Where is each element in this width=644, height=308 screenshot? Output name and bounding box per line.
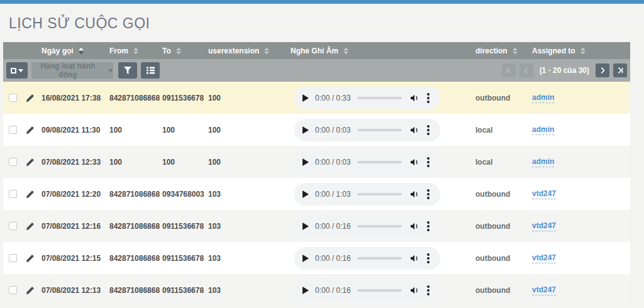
table-row: 07/08/2021 12:16 842871086868 0911536678…	[3, 210, 630, 242]
call-direction-cell: outbound	[472, 210, 528, 242]
assigned-user-link[interactable]: admin	[532, 125, 554, 135]
row-checkbox[interactable]	[9, 190, 17, 198]
volume-icon[interactable]	[409, 285, 419, 295]
row-checkbox[interactable]	[9, 222, 17, 230]
edit-pencil-icon	[26, 126, 35, 135]
more-options-icon[interactable]	[427, 161, 430, 163]
filter-button[interactable]	[118, 62, 137, 79]
column-header-to[interactable]: To	[158, 42, 204, 59]
more-options-icon[interactable]	[427, 129, 430, 131]
audio-seek-bar[interactable]	[357, 257, 402, 260]
assigned-user-link[interactable]: admin	[532, 93, 554, 103]
call-recording-cell: 0:00 / 0:33	[283, 82, 472, 114]
edit-row-button[interactable]	[26, 222, 35, 231]
assigned-user-link[interactable]: vtd247	[532, 253, 556, 263]
call-from-cell: 842871086868	[106, 82, 158, 114]
play-icon[interactable]	[303, 190, 309, 198]
more-options-icon[interactable]	[427, 97, 430, 99]
call-to-cell: 100	[158, 146, 204, 178]
table-body: 16/08/2021 17:38 842871086868 0911536678…	[3, 82, 630, 306]
call-from-cell: 842871086868	[106, 242, 158, 274]
audio-player: 0:00 / 1:03	[294, 183, 440, 206]
sort-icon	[176, 48, 181, 54]
audio-seek-bar[interactable]	[357, 289, 402, 292]
select-all-dropdown-button[interactable]	[6, 62, 28, 79]
table-row: 07/08/2021 12:33 100 100 100 0:00 / 0:03…	[3, 146, 630, 178]
more-options-icon[interactable]	[427, 193, 430, 195]
more-options-icon[interactable]	[427, 257, 430, 260]
audio-player: 0:00 / 0:16	[294, 279, 440, 302]
call-from-cell: 100	[106, 114, 158, 146]
bulk-actions-dropdown[interactable]: Hàng loạt hành động	[31, 62, 113, 79]
last-page-icon	[616, 67, 624, 74]
play-icon[interactable]	[303, 255, 309, 262]
columns-button[interactable]	[141, 62, 160, 79]
column-header-ngay-goi[interactable]: Ngày gọi	[38, 42, 106, 59]
more-options-icon[interactable]	[427, 225, 430, 228]
prev-page-button[interactable]	[519, 63, 533, 77]
column-header-nghe-ghi-am[interactable]: Nghe Ghi Âm	[283, 42, 472, 59]
row-checkbox-cell	[3, 242, 22, 274]
first-page-icon	[505, 67, 513, 74]
table-row: 16/08/2021 17:38 842871086868 0911536678…	[3, 82, 630, 114]
play-icon[interactable]	[303, 287, 309, 294]
play-icon[interactable]	[303, 158, 309, 166]
edit-row-button[interactable]	[26, 158, 35, 167]
audio-time: 0:00 / 1:03	[315, 190, 351, 199]
more-options-icon[interactable]	[427, 289, 430, 292]
audio-seek-bar[interactable]	[357, 129, 402, 131]
audio-seek-bar[interactable]	[357, 161, 402, 163]
edit-row-button[interactable]	[26, 254, 35, 263]
table-row: 07/08/2021 12:15 842871086868 0911536678…	[3, 242, 630, 274]
row-checkbox[interactable]	[9, 158, 17, 166]
row-checkbox[interactable]	[9, 286, 17, 294]
column-header-direction[interactable]: direction	[472, 42, 528, 59]
audio-seek-bar[interactable]	[357, 97, 402, 99]
volume-icon[interactable]	[409, 189, 419, 199]
column-header-from[interactable]: From	[106, 42, 158, 59]
volume-icon[interactable]	[409, 157, 419, 167]
header-spacer-edit	[22, 42, 38, 59]
call-date-cell: 07/08/2021 12:20	[38, 178, 106, 210]
audio-seek-bar[interactable]	[357, 225, 402, 228]
assigned-user-link[interactable]: vtd247	[532, 285, 556, 295]
play-icon[interactable]	[303, 126, 309, 134]
first-page-button[interactable]	[502, 63, 516, 77]
volume-icon[interactable]	[409, 221, 419, 231]
call-to-cell: 100	[158, 114, 204, 146]
edit-pencil-icon	[26, 222, 35, 231]
row-edit-cell	[22, 210, 38, 242]
call-date-cell: 07/08/2021 12:13	[38, 274, 106, 306]
volume-icon[interactable]	[409, 253, 419, 263]
assigned-user-link[interactable]: admin	[532, 157, 554, 167]
row-checkbox[interactable]	[9, 94, 17, 102]
audio-time: 0:00 / 0:33	[315, 94, 351, 102]
page-title: LỊCH SỬ CUỘC GỌI	[9, 15, 644, 32]
last-page-button[interactable]	[613, 63, 627, 77]
edit-row-button[interactable]	[26, 190, 35, 199]
edit-row-button[interactable]	[26, 94, 35, 102]
next-page-icon	[599, 67, 606, 74]
row-edit-cell	[22, 178, 38, 210]
next-page-button[interactable]	[596, 63, 609, 77]
row-checkbox[interactable]	[9, 126, 17, 134]
row-checkbox[interactable]	[9, 254, 17, 262]
select-all-icon	[11, 68, 16, 74]
volume-icon[interactable]	[409, 125, 419, 135]
call-direction-cell: outbound	[472, 178, 528, 210]
edit-row-button[interactable]	[26, 286, 35, 295]
assigned-user-link[interactable]: vtd247	[532, 221, 556, 231]
call-recording-cell: 0:00 / 0:16	[283, 210, 472, 242]
call-to-cell: 0911536678	[158, 210, 204, 242]
audio-seek-bar[interactable]	[357, 193, 402, 195]
row-checkbox-cell	[3, 114, 22, 146]
edit-row-button[interactable]	[26, 126, 35, 135]
column-header-userextension[interactable]: userextension	[204, 42, 283, 59]
pagination-info: (1 - 20 của 30)	[540, 66, 589, 75]
column-header-assigned-to[interactable]: Assigned to	[528, 42, 630, 59]
direction-value: local	[475, 126, 492, 135]
volume-icon[interactable]	[409, 93, 419, 103]
play-icon[interactable]	[303, 223, 309, 230]
assigned-user-link[interactable]: vtd247	[532, 189, 556, 199]
play-icon[interactable]	[303, 94, 309, 102]
